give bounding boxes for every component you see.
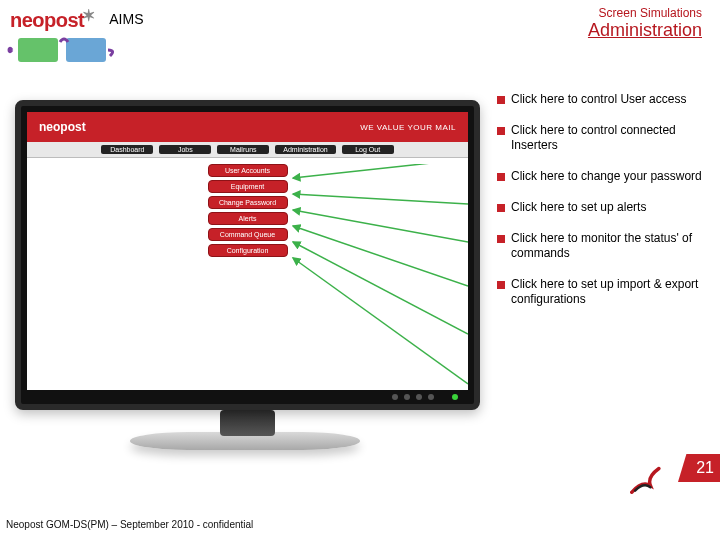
subnav-alerts[interactable]: Alerts [208,212,288,225]
screen-simulations-label: Screen Simulations [588,6,702,20]
bullet-icon [497,96,505,104]
subnav-configuration[interactable]: Configuration [208,244,288,257]
primary-nav: Dashboard Jobs Mailruns Administration L… [27,142,468,158]
monitor-neck [220,410,275,436]
aims-label: AIMS [109,11,143,27]
footer-text: Neopost GOM-DS(PM) – September 2010 - co… [6,519,253,530]
nav-logout[interactable]: Log Out [342,145,394,154]
administration-title: Administration [588,20,702,41]
admin-subnav: User Accounts Equipment Change Password … [27,164,468,257]
bullet-icon [497,281,505,289]
app-header: neopost WE VALUE YOUR MAIL [27,112,468,142]
page-number-badge: 21 [678,454,720,482]
monitor-frame: neopost WE VALUE YOUR MAIL Dashboard Job… [15,100,480,410]
nav-dashboard[interactable]: Dashboard [101,145,153,154]
subnav-change-password[interactable]: Change Password [208,196,288,209]
bullet-icon [497,127,505,135]
bullet-icon [497,173,505,181]
svg-line-5 [293,258,468,384]
nav-jobs[interactable]: Jobs [159,145,211,154]
callout-config: Click here to set up import & export con… [497,277,702,307]
callout-inserters: Click here to control connected Inserter… [497,123,702,153]
bullet-icon [497,204,505,212]
callout-password: Click here to change your password [497,169,702,184]
callout-list: Click here to control User access Click … [497,92,702,307]
corner-logo-icon [630,460,664,494]
subnav-user-accounts[interactable]: User Accounts [208,164,288,177]
bullet-icon [497,235,505,243]
callout-user-access: Click here to control User access [497,92,702,107]
subnav-command-queue[interactable]: Command Queue [208,228,288,241]
nav-mailruns[interactable]: Mailruns [217,145,269,154]
app-tagline: WE VALUE YOUR MAIL [360,123,456,132]
power-led-icon [452,394,458,400]
nav-administration[interactable]: Administration [275,145,335,154]
subnav-equipment[interactable]: Equipment [208,180,288,193]
app-logo: neopost [39,120,86,134]
callout-alerts: Click here to set up alerts [497,200,702,215]
neopost-logo: neopost✶ [10,6,95,32]
app-screen: neopost WE VALUE YOUR MAIL Dashboard Job… [27,112,468,390]
callout-commands: Click here to monitor the status' of com… [497,231,702,261]
decor-graphic [6,34,126,74]
